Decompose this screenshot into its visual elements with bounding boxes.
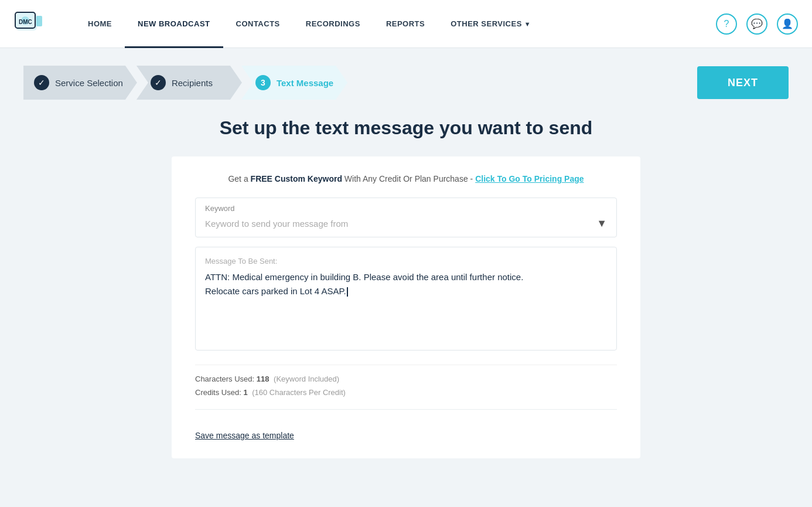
nav-icons: ? 💬 👤 <box>716 13 798 35</box>
chat-button[interactable]: 💬 <box>746 13 767 35</box>
help-icon: ? <box>724 19 729 29</box>
message-section[interactable]: Message To Be Sent: ATTN: Medical emerge… <box>195 247 617 351</box>
nav-recordings[interactable]: RECORDINGS <box>293 0 373 48</box>
text-cursor <box>347 287 348 297</box>
nav-reports[interactable]: REPORTS <box>373 0 438 48</box>
chevron-down-icon: ▼ <box>596 217 607 230</box>
characters-used-value: 118 <box>257 375 269 383</box>
stepper-row: ✓ Service Selection ✓ Recipients 3 Text … <box>23 66 789 100</box>
user-icon: 👤 <box>782 18 793 29</box>
promo-bar: Get a FREE Custom Keyword With Any Credi… <box>195 174 617 183</box>
stepper: ✓ Service Selection ✓ Recipients 3 Text … <box>23 66 347 100</box>
chat-icon: 💬 <box>751 18 763 29</box>
chevron-down-icon: ▼ <box>524 21 531 28</box>
page-content: ✓ Service Selection ✓ Recipients 3 Text … <box>0 48 812 476</box>
credits-note: (160 Characters Per Credit) <box>252 388 346 397</box>
step2-check-icon: ✓ <box>151 75 166 90</box>
divider <box>195 409 617 410</box>
navbar: DMC HOME NEW BROADCAST CONTACTS RECORDIN… <box>0 0 812 48</box>
nav-home[interactable]: HOME <box>75 0 125 48</box>
step-recipients[interactable]: ✓ Recipients <box>137 66 242 100</box>
step3-number-icon: 3 <box>255 75 271 90</box>
svg-rect-3 <box>36 16 42 26</box>
main-card: Get a FREE Custom Keyword With Any Credi… <box>172 156 640 458</box>
pricing-page-link[interactable]: Click To Go To Pricing Page <box>475 174 584 183</box>
message-stats: Characters Used: 118 (Keyword Included) … <box>195 365 617 400</box>
message-textarea[interactable]: ATTN: Medical emergency in building B. P… <box>205 270 607 341</box>
keyword-dropdown[interactable]: Keyword to send your message from ▼ <box>196 215 616 237</box>
nav-other-services[interactable]: OTHER SERVICES ▼ <box>438 0 544 48</box>
characters-note: (Keyword Included) <box>274 375 339 383</box>
step-service-selection[interactable]: ✓ Service Selection <box>23 66 137 100</box>
message-label: Message To Be Sent: <box>205 257 607 266</box>
step-text-message[interactable]: 3 Text Message <box>241 66 347 100</box>
svg-text:DMC: DMC <box>19 19 32 25</box>
keyword-section: Keyword Keyword to send your message fro… <box>195 198 617 237</box>
nav-new-broadcast[interactable]: NEW BROADCAST <box>125 0 223 48</box>
keyword-placeholder: Keyword to send your message from <box>205 219 348 229</box>
credits-used-value: 1 <box>243 388 247 397</box>
user-button[interactable]: 👤 <box>777 13 798 35</box>
characters-used-label: Characters Used: <box>195 375 254 383</box>
credits-used-label: Credits Used: <box>195 388 241 397</box>
logo[interactable]: DMC <box>14 9 47 39</box>
page-title: Set up the text message you want to send <box>23 117 789 139</box>
save-template-link[interactable]: Save message as template <box>195 431 294 440</box>
keyword-label: Keyword <box>196 198 616 215</box>
step1-check-icon: ✓ <box>34 75 49 90</box>
nav-links: HOME NEW BROADCAST CONTACTS RECORDINGS R… <box>75 0 716 48</box>
nav-contacts[interactable]: CONTACTS <box>223 0 293 48</box>
next-button[interactable]: NEXT <box>697 66 789 99</box>
help-button[interactable]: ? <box>716 13 737 35</box>
